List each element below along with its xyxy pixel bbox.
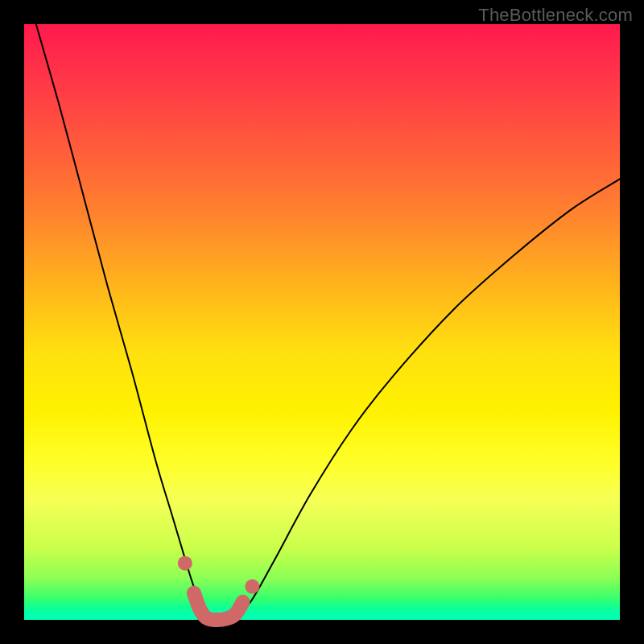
chart-plot-area [24,24,620,620]
bottleneck-curve [36,24,620,621]
optimum-dot-end [245,580,259,594]
optimum-dot-start [178,556,192,571]
chart-svg [24,24,620,620]
watermark-text: TheBottleneck.com [478,5,633,26]
optimum-marker [194,593,243,620]
